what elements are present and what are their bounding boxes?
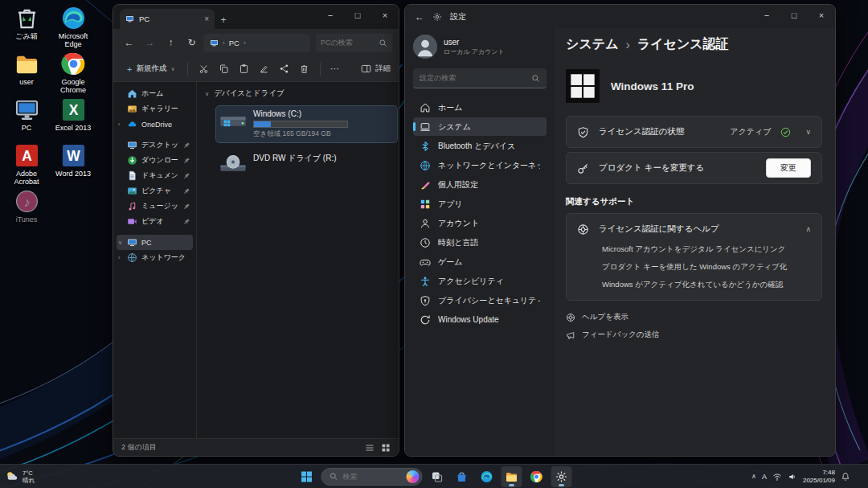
activation-state-card[interactable]: ライセンス認証の状態 アクティブ ∨ [566,116,822,148]
expand-chevron-icon[interactable] [118,121,125,127]
activation-help-header[interactable]: ライセンス認証に関するヘルプ ∧ [567,214,821,244]
settings-nav-item-system[interactable]: システム [413,117,547,136]
explorer-nav-item-pc[interactable]: PC [117,235,193,250]
refresh-button[interactable]: ↻ [182,34,201,52]
footer-link-show-help[interactable]: ヘルプを表示 [566,312,822,322]
share-button[interactable] [275,59,293,78]
address-breadcrumb[interactable]: › PC › [203,34,310,52]
taskbar-search-box[interactable] [321,468,423,486]
desktop-icon-microsoft-edge[interactable]: Microsoft Edge [50,3,96,49]
more-options-button[interactable]: ⋯ [327,64,343,74]
minimize-button[interactable]: − [317,5,344,26]
network-icon[interactable] [772,472,782,482]
help-link[interactable]: Microsoft アカウントをデジタル ライセンスにリンク [602,244,810,255]
list-view-icon[interactable] [365,443,375,453]
rename-button[interactable] [255,59,273,78]
chevron-up-icon[interactable]: ∧ [805,225,811,233]
explorer-tab-pc[interactable]: PC × [120,9,215,29]
pin-icon [183,172,190,179]
explorer-search-input[interactable] [321,39,379,47]
back-button[interactable]: ← [120,34,138,52]
explorer-nav-item-videos[interactable]: ビデオ [117,214,193,229]
paste-button[interactable] [235,59,253,78]
expand-chevron-icon[interactable] [118,255,125,260]
change-product-key-button[interactable]: 変更 [766,158,811,178]
hidden-icons-chevron[interactable]: ∧ [751,473,756,480]
settings-nav-item-accounts[interactable]: アカウント [413,214,547,232]
large-icons-view-icon[interactable] [381,443,391,453]
taskbar-app-task-view[interactable] [427,466,448,487]
drive-item-DVD RW ドライブ (R:)[interactable]: DVD RW ドライブ (R:) [216,150,397,178]
taskbar-search-input[interactable] [343,473,402,481]
explorer-nav-item-network[interactable]: ネットワーク [117,250,193,265]
explorer-search-box[interactable] [316,34,392,52]
minimize-button[interactable]: − [753,5,780,26]
widgets-weather-button[interactable]: 7°C 晴れ [5,470,35,484]
desktop-icon-excel-2013[interactable]: X Excel 2013 [50,95,96,141]
up-button[interactable]: ↑ [162,34,180,52]
maximize-button[interactable]: □ [344,5,371,26]
settings-nav-item-accessibility[interactable]: アクセシビリティ [413,272,547,290]
desktop-icon-google-chrome[interactable]: Google Chrome [50,49,96,95]
new-item-button[interactable]: + 新規作成 ∨ [121,61,181,76]
settings-nav-item-personalization[interactable]: 個人用設定 [413,175,547,194]
delete-button[interactable] [295,59,313,78]
taskbar-app-settings[interactable] [551,466,572,487]
back-button[interactable]: ← [415,11,424,23]
footer-link-send-feedback[interactable]: フィードバックの送信 [566,330,822,340]
forward-button[interactable]: → [141,34,159,52]
settings-nav-item-privacy-security[interactable]: プライバシーとセキュリティ [413,291,547,310]
taskbar-app-google-chrome[interactable] [526,466,547,487]
explorer-nav-item-desktop[interactable]: デスクトップ [117,137,193,153]
desktop-icon-itunes[interactable]: ♪ iTunes [3,187,50,232]
settings-nav-item-time-language[interactable]: 時刻と言語 [413,233,547,252]
explorer-nav-item-onedrive[interactable]: OneDrive [117,117,193,132]
desktop-icon-label: user [19,78,34,86]
taskbar-app-microsoft-store[interactable] [452,466,473,487]
settings-nav-item-bluetooth-devices[interactable]: Bluetooth とデバイス [413,137,547,155]
tab-close-icon[interactable]: × [204,14,209,23]
devices-drives-section[interactable]: ∨ デバイスとドライブ [205,88,391,99]
desktop-icon-pc[interactable]: PC [3,95,50,141]
volume-icon[interactable] [788,472,797,482]
help-link[interactable]: Windows がアクティブ化されているかどうかの確認 [602,280,810,290]
gear-icon [555,470,568,483]
taskbar-app-microsoft-edge[interactable] [477,466,497,487]
settings-nav-item-windows-update[interactable]: Windows Update [413,310,547,329]
copy-button[interactable] [215,59,233,78]
clock[interactable]: 7:48 2025/01/09 [803,469,835,485]
expand-chevron-icon[interactable] [118,240,125,246]
breadcrumb-system[interactable]: システム [566,36,619,53]
close-button[interactable]: × [371,5,399,26]
drive-item-Windows (C:)[interactable]: Windows (C:) 空き領域 165 GB/194 GB [216,106,397,142]
taskbar-app-file-explorer[interactable] [502,466,522,487]
explorer-nav-item-documents[interactable]: ドキュメント [117,168,193,183]
settings-search-input[interactable] [420,74,531,82]
settings-search-box[interactable] [413,68,547,88]
cut-button[interactable] [194,59,213,78]
settings-nav-item-gaming[interactable]: ゲーム [413,252,547,271]
desktop-icon-adobe-acrobat[interactable]: A Adobe Acrobat [3,141,50,187]
help-link[interactable]: プロダクト キーを使用した Windows のアクティブ化 [602,262,810,273]
explorer-nav-item-home[interactable]: ホーム [117,86,193,101]
details-toggle-button[interactable]: 詳細 [361,64,391,74]
settings-nav-item-network-internet[interactable]: ネットワークとインターネット [413,156,547,174]
new-tab-button[interactable]: + [215,14,232,29]
desktop-icon-word-2013[interactable]: W Word 2013 [50,141,96,187]
notifications-bell-icon[interactable] [841,472,850,482]
settings-nav-item-home[interactable]: ホーム [413,98,547,117]
settings-nav-item-apps[interactable]: アプリ [413,195,547,213]
explorer-nav-item-pictures[interactable]: ピクチャ [117,183,193,199]
ime-indicator[interactable]: A [762,473,767,481]
account-block[interactable]: user ローカル アカウント [413,35,547,59]
close-button[interactable]: × [808,5,835,26]
maximize-button[interactable]: □ [780,5,808,26]
explorer-nav-item-music[interactable]: ミュージック [117,199,193,214]
explorer-nav-item-gallery[interactable]: ギャラリー [117,101,193,117]
explorer-nav-item-downloads[interactable]: ダウンロード [117,153,193,168]
breadcrumb-pc[interactable]: PC [229,39,240,47]
desktop-icon-recycle-bin[interactable]: ごみ箱 [3,3,50,49]
desktop-icon-user-folder[interactable]: user [3,49,50,95]
start-button[interactable] [297,466,317,487]
chevron-down-icon[interactable]: ∨ [805,128,811,136]
